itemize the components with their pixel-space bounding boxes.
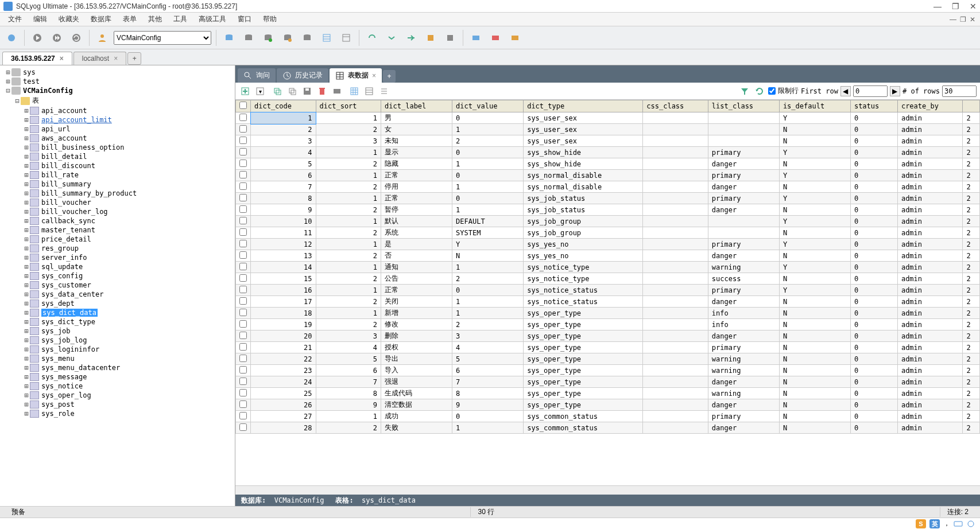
- cell[interactable]: 1: [316, 216, 381, 227]
- cell[interactable]: 0: [850, 193, 897, 204]
- cell[interactable]: 导出: [381, 353, 452, 365]
- cell[interactable]: [643, 273, 708, 285]
- cell[interactable]: 0: [850, 273, 897, 285]
- cell[interactable]: 2: [316, 124, 381, 135]
- cell[interactable]: N: [779, 227, 850, 239]
- cell[interactable]: 系统: [381, 227, 452, 239]
- refresh-grid-icon[interactable]: [753, 85, 766, 98]
- cell[interactable]: admin: [897, 273, 963, 285]
- table-node[interactable]: ⊞sys_menu: [0, 354, 235, 363]
- table-node[interactable]: ⊞res_group: [0, 244, 235, 253]
- table-node[interactable]: ⊞bill_detail: [0, 152, 235, 161]
- cell[interactable]: 0: [850, 227, 897, 239]
- refresh-icon[interactable]: [68, 30, 84, 46]
- keyboard-icon[interactable]: [954, 519, 963, 528]
- cell[interactable]: 关闭: [381, 296, 452, 308]
- cell[interactable]: Y: [779, 170, 850, 181]
- cell[interactable]: sys_notice_type: [524, 262, 643, 273]
- sync-tool-5-icon[interactable]: [442, 30, 458, 46]
- table-row[interactable]: 61正常0sys_normal_disableprimaryY0admin2: [236, 170, 980, 181]
- cell[interactable]: N: [779, 250, 850, 262]
- table-node[interactable]: ⊞api_url: [0, 125, 235, 134]
- db-node[interactable]: ⊞sys: [0, 68, 235, 77]
- cell[interactable]: 2: [963, 388, 980, 399]
- cell[interactable]: 2: [963, 411, 980, 422]
- horizontal-scrollbar[interactable]: [235, 485, 980, 495]
- cell[interactable]: N: [779, 388, 850, 399]
- cell[interactable]: 13: [251, 250, 316, 262]
- cell[interactable]: sys_normal_disable: [524, 170, 643, 181]
- cell[interactable]: 是: [381, 239, 452, 250]
- cell[interactable]: 0: [850, 285, 897, 296]
- row-checkbox[interactable]: [236, 296, 251, 308]
- cell[interactable]: [643, 227, 708, 239]
- db-node[interactable]: ⊟VCMainConfig: [0, 86, 235, 95]
- cell[interactable]: 公告: [381, 273, 452, 285]
- cell[interactable]: 0: [452, 170, 524, 181]
- cell[interactable]: 2: [963, 376, 980, 388]
- cell[interactable]: [643, 422, 708, 434]
- cell[interactable]: admin: [897, 262, 963, 273]
- cell[interactable]: 2: [316, 273, 381, 285]
- table-node[interactable]: ⊞sys_data_center: [0, 290, 235, 299]
- table-node[interactable]: ⊞sys_dict_type: [0, 317, 235, 326]
- cell[interactable]: 5: [251, 158, 316, 170]
- cell[interactable]: sys_notice_type: [524, 273, 643, 285]
- cell[interactable]: 4: [452, 342, 524, 353]
- row-checkbox[interactable]: [236, 388, 251, 399]
- cell[interactable]: 2: [963, 216, 980, 227]
- row-checkbox[interactable]: [236, 124, 251, 135]
- cell[interactable]: sys_oper_type: [524, 399, 643, 411]
- cell[interactable]: admin: [897, 376, 963, 388]
- cell[interactable]: 暂停: [381, 204, 452, 216]
- cell[interactable]: 正常: [381, 285, 452, 296]
- cell[interactable]: 8: [251, 193, 316, 204]
- table-row[interactable]: 33未知2sys_user_sexN0admin2: [236, 135, 980, 147]
- row-checkbox[interactable]: [236, 308, 251, 319]
- cell[interactable]: 8: [452, 388, 524, 399]
- misc-tool-2-icon[interactable]: [487, 30, 503, 46]
- cell[interactable]: admin: [897, 285, 963, 296]
- cell[interactable]: 导入: [381, 365, 452, 376]
- cell[interactable]: 2: [251, 124, 316, 135]
- cancel-icon[interactable]: [331, 85, 343, 98]
- cell[interactable]: sys_show_hide: [524, 147, 643, 158]
- row-checkbox[interactable]: [236, 376, 251, 388]
- cell[interactable]: N: [779, 422, 850, 434]
- cell[interactable]: 2: [316, 422, 381, 434]
- text-view-icon[interactable]: [378, 85, 390, 98]
- cell[interactable]: sys_job_group: [524, 227, 643, 239]
- cell[interactable]: 2: [316, 250, 381, 262]
- cell[interactable]: sys_notice_status: [524, 285, 643, 296]
- row-checkbox[interactable]: [236, 181, 251, 193]
- cell[interactable]: 0: [850, 239, 897, 250]
- mdi-minimize-icon[interactable]: —: [950, 15, 956, 24]
- db-tool-1-icon[interactable]: [221, 30, 237, 46]
- cell[interactable]: primary: [708, 411, 779, 422]
- sync-tool-1-icon[interactable]: [364, 30, 380, 46]
- row-checkbox[interactable]: [236, 353, 251, 365]
- cell[interactable]: [643, 250, 708, 262]
- object-browser[interactable]: ⊞sys⊞test⊟VCMainConfig⊟表⊞api_account⊞api…: [0, 65, 235, 506]
- cell[interactable]: [643, 342, 708, 353]
- connection-tab[interactable]: 36.153.95.227×: [2, 52, 72, 65]
- cell[interactable]: 2: [452, 319, 524, 330]
- table-node[interactable]: ⊞aws_account: [0, 134, 235, 143]
- cell[interactable]: 22: [251, 353, 316, 365]
- mdi-close-icon[interactable]: ✕: [970, 15, 975, 24]
- cell[interactable]: primary: [708, 239, 779, 250]
- cell[interactable]: sys_oper_type: [524, 376, 643, 388]
- close-tab-icon[interactable]: ×: [372, 72, 376, 80]
- cell[interactable]: [708, 135, 779, 147]
- cell[interactable]: 1: [452, 124, 524, 135]
- table-node[interactable]: ⊞bill_voucher_log: [0, 207, 235, 216]
- table-row[interactable]: 132否Nsys_yes_nodangerN0admin2: [236, 250, 980, 262]
- column-header[interactable]: dict_sort: [316, 100, 381, 112]
- cell[interactable]: 新增: [381, 308, 452, 319]
- table-row[interactable]: 52隐藏1sys_show_hidedangerN0admin2: [236, 158, 980, 170]
- cell[interactable]: 否: [381, 250, 452, 262]
- cell[interactable]: 0: [850, 147, 897, 158]
- cell[interactable]: 1: [452, 158, 524, 170]
- cell[interactable]: 0: [850, 388, 897, 399]
- cell[interactable]: 2: [963, 250, 980, 262]
